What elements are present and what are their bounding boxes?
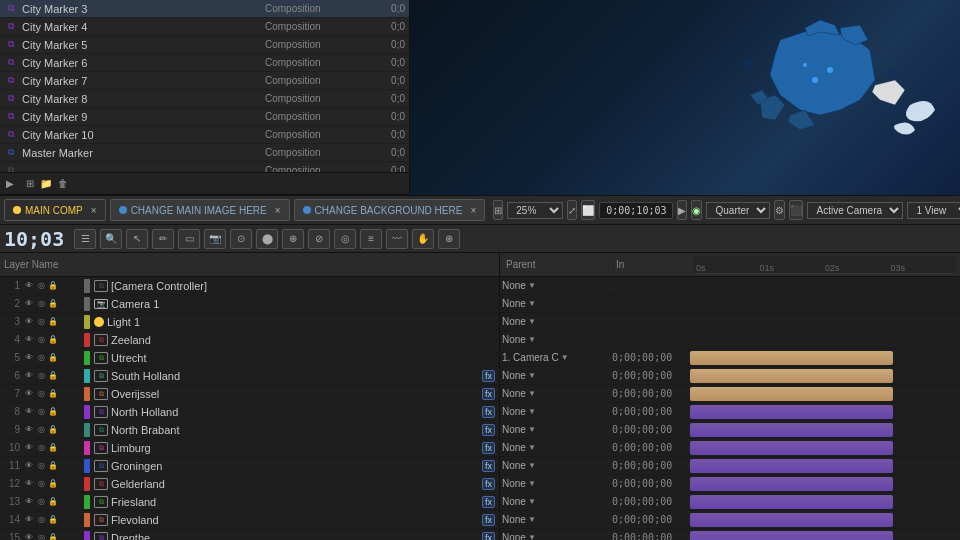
- fx-label[interactable]: fx: [482, 406, 495, 418]
- track-bar[interactable]: [690, 441, 893, 455]
- layer-row[interactable]: 2 👁 ◎ 🔒 📷 Camera 1: [0, 295, 499, 313]
- project-row[interactable]: ⧉ Master Marker Composition 0;0: [0, 144, 409, 162]
- hand-tool-btn[interactable]: ✋: [412, 229, 434, 249]
- clone-tool-btn[interactable]: ⊕: [282, 229, 304, 249]
- lock-icon[interactable]: 🔒: [48, 299, 58, 309]
- layer-row[interactable]: 4 👁 ◎ 🔒 ⧉ Zeeland: [0, 331, 499, 349]
- lock-icon[interactable]: 🔒: [48, 425, 58, 435]
- comp-timecode[interactable]: 0;00;10;03: [599, 202, 673, 219]
- puppet-tool-btn[interactable]: ⊙: [230, 229, 252, 249]
- lock-icon[interactable]: 🔒: [48, 533, 58, 541]
- parent-dropdown[interactable]: None ▼: [502, 280, 607, 291]
- eye-icon[interactable]: 👁: [24, 407, 34, 417]
- solo-icon[interactable]: ◎: [36, 389, 46, 399]
- solo-icon[interactable]: ◎: [36, 335, 46, 345]
- lock-icon[interactable]: 🔒: [48, 371, 58, 381]
- lock-icon[interactable]: 🔒: [48, 281, 58, 291]
- layer-row[interactable]: 13 👁 ◎ 🔒 ⧉ Friesland fx: [0, 493, 499, 511]
- solo-icon[interactable]: ◎: [36, 533, 46, 541]
- eraser-tool-btn[interactable]: ⊘: [308, 229, 330, 249]
- eye-icon[interactable]: 👁: [24, 533, 34, 541]
- parent-dropdown[interactable]: None ▼: [502, 460, 607, 471]
- layer-row[interactable]: 5 👁 ◎ 🔒 ⧉ Utrecht: [0, 349, 499, 367]
- layer-row[interactable]: 8 👁 ◎ 🔒 ⧉ North Holland fx: [0, 403, 499, 421]
- project-row[interactable]: ⧉ City Marker 5 Composition 0;0: [0, 36, 409, 54]
- project-row[interactable]: ⧉ City Marker 8 Composition 0;0: [0, 90, 409, 108]
- solo-icon[interactable]: ◎: [36, 317, 46, 327]
- eye-icon[interactable]: 👁: [24, 515, 34, 525]
- layer-row[interactable]: 3 👁 ◎ 🔒 Light 1: [0, 313, 499, 331]
- grid-icon[interactable]: ⊞: [26, 178, 34, 189]
- fx-label[interactable]: fx: [482, 532, 495, 541]
- parent-dropdown[interactable]: 1. Camera C ▼: [502, 352, 607, 363]
- parent-dropdown[interactable]: None ▼: [502, 334, 607, 345]
- fit-btn[interactable]: ⤢: [567, 200, 577, 220]
- color-btn[interactable]: ◉: [691, 200, 702, 220]
- lock-icon[interactable]: 🔒: [48, 479, 58, 489]
- parent-dropdown[interactable]: None ▼: [502, 514, 607, 525]
- align-btn[interactable]: ≡: [360, 229, 382, 249]
- layer-row[interactable]: 6 👁 ◎ 🔒 ⧉ South Holland fx: [0, 367, 499, 385]
- project-row[interactable]: ⧉ City Marker 7 Composition 0;0: [0, 72, 409, 90]
- tab-change-bg[interactable]: CHANGE BACKGROUND HERE ×: [294, 199, 486, 221]
- track-bar[interactable]: [690, 351, 893, 365]
- layer-row[interactable]: 12 👁 ◎ 🔒 ⧉ Gelderland fx: [0, 475, 499, 493]
- track-bar[interactable]: [690, 513, 893, 527]
- tab-close-main[interactable]: ×: [91, 205, 97, 216]
- eye-icon[interactable]: 👁: [24, 335, 34, 345]
- view-count-select[interactable]: 1 View 2 Views: [907, 202, 960, 219]
- fx-label[interactable]: fx: [482, 496, 495, 508]
- lock-icon[interactable]: 🔒: [48, 497, 58, 507]
- zoom-tool-btn[interactable]: ⊕: [438, 229, 460, 249]
- track-bar[interactable]: [690, 369, 893, 383]
- solo-icon[interactable]: ◎: [36, 515, 46, 525]
- lock-icon[interactable]: 🔒: [48, 317, 58, 327]
- solo-icon[interactable]: ◎: [36, 443, 46, 453]
- toggle-layers-btn[interactable]: ☰: [74, 229, 96, 249]
- layer-row[interactable]: 10 👁 ◎ 🔒 ⧉ Limburg fx: [0, 439, 499, 457]
- fx-label[interactable]: fx: [482, 424, 495, 436]
- play-btn[interactable]: ▶: [677, 200, 687, 220]
- parent-dropdown[interactable]: None ▼: [502, 406, 607, 417]
- tab-close-bg[interactable]: ×: [470, 205, 476, 216]
- eye-icon[interactable]: 👁: [24, 281, 34, 291]
- lock-icon[interactable]: 🔒: [48, 461, 58, 471]
- motion-sketch-btn[interactable]: 〰: [386, 229, 408, 249]
- project-row[interactable]: ⧉ City Marker 9 Composition 0;0: [0, 108, 409, 126]
- folder-icon[interactable]: 📁: [40, 178, 52, 189]
- solo-icon[interactable]: ◎: [36, 353, 46, 363]
- fx-label[interactable]: fx: [482, 370, 495, 382]
- grid-view-btn[interactable]: ⊞: [493, 200, 503, 220]
- eye-icon[interactable]: 👁: [24, 461, 34, 471]
- track-bar[interactable]: [690, 495, 893, 509]
- layer-row[interactable]: 7 👁 ◎ 🔒 ⧉ Overijssel fx: [0, 385, 499, 403]
- eye-icon[interactable]: 👁: [24, 497, 34, 507]
- solo-icon[interactable]: ◎: [36, 407, 46, 417]
- parent-dropdown[interactable]: None ▼: [502, 370, 607, 381]
- eye-icon[interactable]: 👁: [24, 353, 34, 363]
- fx-label[interactable]: fx: [482, 460, 495, 472]
- project-row[interactable]: ⧉ City Marker 4 Composition 0;0: [0, 18, 409, 36]
- fx-label[interactable]: fx: [482, 388, 495, 400]
- parent-dropdown[interactable]: None ▼: [502, 478, 607, 489]
- eye-icon[interactable]: 👁: [24, 443, 34, 453]
- project-row[interactable]: ⧉ City Marker 6 Composition 0;0: [0, 54, 409, 72]
- eye-icon[interactable]: 👁: [24, 425, 34, 435]
- parent-dropdown[interactable]: None ▼: [502, 532, 607, 540]
- solo-icon[interactable]: ◎: [36, 281, 46, 291]
- lock-icon[interactable]: 🔒: [48, 515, 58, 525]
- eye-icon[interactable]: 👁: [24, 389, 34, 399]
- eye-icon[interactable]: 👁: [24, 317, 34, 327]
- solo-icon[interactable]: ◎: [36, 371, 46, 381]
- lock-icon[interactable]: 🔒: [48, 353, 58, 363]
- trash-icon[interactable]: 🗑: [58, 178, 68, 189]
- tab-main-comp[interactable]: MAIN COMP ×: [4, 199, 106, 221]
- track-bar[interactable]: [690, 531, 893, 540]
- layer-row[interactable]: 11 👁 ◎ 🔒 ⧉ Groningen fx: [0, 457, 499, 475]
- eye-icon[interactable]: 👁: [24, 479, 34, 489]
- track-bar[interactable]: [690, 387, 893, 401]
- fx-label[interactable]: fx: [482, 478, 495, 490]
- cursor-tool-btn[interactable]: ↖: [126, 229, 148, 249]
- tab-close-image[interactable]: ×: [275, 205, 281, 216]
- eye-icon[interactable]: 👁: [24, 299, 34, 309]
